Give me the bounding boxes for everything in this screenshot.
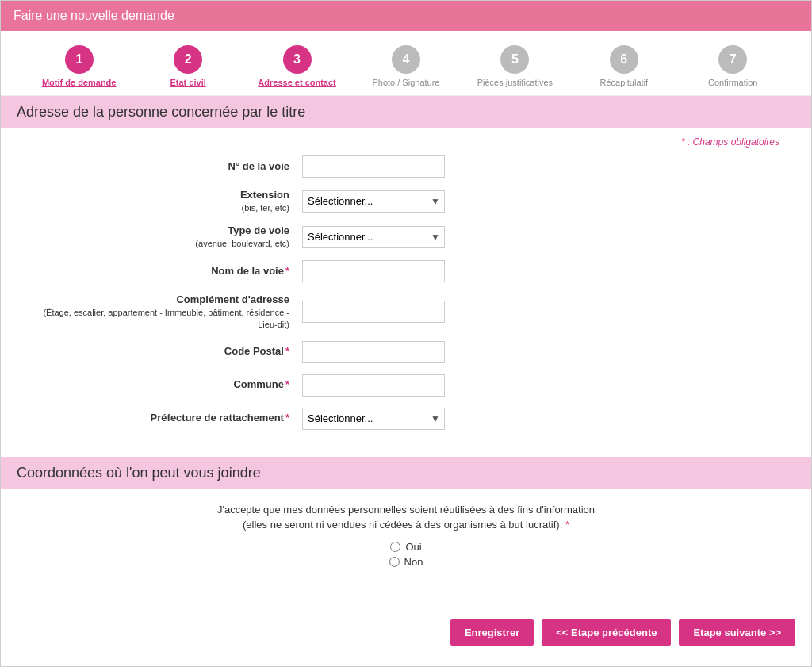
step-label-7: Confirmation bbox=[708, 78, 757, 87]
code-postal-row: Code Postal* bbox=[33, 341, 779, 363]
nom-voie-label: Nom de la voie* bbox=[33, 265, 302, 278]
non-radio[interactable] bbox=[389, 557, 400, 567]
step-label-4: Photo / Signature bbox=[372, 78, 439, 87]
prefecture-select[interactable]: Sélectionner... bbox=[302, 408, 445, 430]
step-6: 6 Récapitulatif bbox=[580, 45, 668, 87]
oui-radio[interactable] bbox=[390, 542, 400, 552]
prefecture-row: Préfecture de rattachement* Sélectionner… bbox=[33, 408, 779, 430]
numero-voie-label: N° de la voie bbox=[33, 160, 302, 174]
stepper: 1 Motif de demande 2 Etat civil 3 Adress… bbox=[1, 31, 811, 96]
step-4: 4 Photo / Signature bbox=[362, 45, 450, 87]
step-7: 7 Confirmation bbox=[689, 45, 776, 87]
step-3[interactable]: 3 Adresse et contact bbox=[254, 45, 341, 87]
step-label-6: Récapitulatif bbox=[600, 78, 649, 87]
commune-row: Commune* bbox=[33, 374, 779, 397]
step-2[interactable]: 2 Etat civil bbox=[144, 45, 232, 87]
prev-button[interactable]: << Etape précédente bbox=[542, 619, 671, 646]
non-radio-label[interactable]: Non bbox=[389, 556, 423, 568]
step-circle-5: 5 bbox=[500, 45, 529, 74]
coords-section-body: J'accepte que mes données personnelles s… bbox=[1, 489, 811, 584]
step-1[interactable]: 1 Motif de demande bbox=[36, 45, 123, 87]
step-circle-7: 7 bbox=[718, 45, 747, 74]
consent-radio-group: Oui Non bbox=[33, 541, 779, 568]
address-section-body: * : Champs obligatoires N° de la voie Ex… bbox=[1, 128, 811, 457]
prefecture-label: Préfecture de rattachement* bbox=[33, 412, 302, 425]
step-5: 5 Pièces justificatives bbox=[471, 45, 558, 87]
commune-label: Commune* bbox=[33, 378, 302, 392]
type-voie-select-wrap: Sélectionner... Avenue Boulevard Rue Imp… bbox=[302, 226, 445, 248]
extension-select-wrap: Sélectionner... bis ter etc ▼ bbox=[302, 190, 445, 213]
step-label-5: Pièces justificatives bbox=[477, 78, 553, 87]
footer-divider bbox=[1, 600, 811, 600]
code-postal-input[interactable] bbox=[302, 341, 445, 363]
step-circle-4: 4 bbox=[392, 45, 420, 74]
type-voie-label: Type de voie (avenue, boulevard, etc) bbox=[33, 224, 302, 249]
numero-voie-row: N° de la voie bbox=[33, 155, 779, 178]
step-circle-3: 3 bbox=[283, 45, 312, 74]
complement-label: Complément d'adresse (Étage, escalier, a… bbox=[33, 293, 302, 329]
coords-section-header: Coordonnées où l'on peut vous joindre bbox=[1, 457, 811, 489]
type-voie-select[interactable]: Sélectionner... Avenue Boulevard Rue Imp… bbox=[302, 226, 445, 248]
step-circle-2: 2 bbox=[174, 45, 202, 74]
commune-input[interactable] bbox=[302, 374, 445, 397]
page-title: Faire une nouvelle demande bbox=[13, 9, 799, 23]
footer-buttons: Enregistrer << Etape précédente Etape su… bbox=[1, 611, 811, 661]
numero-voie-input[interactable] bbox=[302, 155, 445, 178]
step-circle-1: 1 bbox=[65, 45, 94, 74]
next-button[interactable]: Etape suivante >> bbox=[679, 619, 795, 646]
extension-row: Extension (bis, ter, etc) Sélectionner..… bbox=[33, 189, 779, 213]
extension-label: Extension (bis, ter, etc) bbox=[33, 189, 302, 213]
type-voie-row: Type de voie (avenue, boulevard, etc) Sé… bbox=[33, 224, 779, 249]
oui-radio-label[interactable]: Oui bbox=[390, 541, 421, 553]
consent-text: J'accepte que mes données personnelles s… bbox=[33, 502, 779, 533]
extension-select[interactable]: Sélectionner... bis ter etc bbox=[302, 190, 445, 213]
prefecture-select-wrap: Sélectionner... ▼ bbox=[302, 408, 445, 430]
save-button[interactable]: Enregistrer bbox=[450, 619, 534, 646]
address-section-header: Adresse de la personne concernée par le … bbox=[1, 96, 811, 128]
complement-row: Complément d'adresse (Étage, escalier, a… bbox=[33, 293, 779, 329]
required-note: * : Champs obligatoires bbox=[33, 136, 779, 148]
step-label-1: Motif de demande bbox=[42, 78, 117, 87]
nom-voie-input[interactable] bbox=[302, 260, 445, 282]
nom-voie-row: Nom de la voie* bbox=[33, 260, 779, 282]
step-label-2: Etat civil bbox=[170, 78, 206, 87]
complement-input[interactable] bbox=[302, 301, 445, 323]
step-label-3: Adresse et contact bbox=[258, 78, 335, 87]
step-circle-6: 6 bbox=[610, 45, 638, 74]
page-header: Faire une nouvelle demande bbox=[1, 1, 811, 31]
code-postal-label: Code Postal* bbox=[33, 345, 302, 358]
